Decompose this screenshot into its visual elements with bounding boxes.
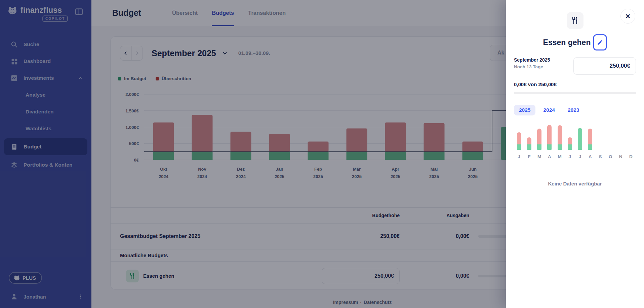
edit-budget-button[interactable] xyxy=(593,34,607,50)
mini-month-label: M xyxy=(534,154,545,159)
panel-progress-bar xyxy=(514,92,636,94)
mini-bar[interactable] xyxy=(534,124,545,150)
mini-bar[interactable] xyxy=(524,124,534,150)
mini-bar[interactable] xyxy=(545,124,555,150)
mini-month-label: N xyxy=(616,154,626,159)
pencil-icon xyxy=(597,39,603,45)
mini-bar[interactable] xyxy=(585,124,595,150)
year-tabs: 2025 2024 2023 xyxy=(514,105,636,115)
panel-title: Essen gehen xyxy=(543,38,591,47)
panel-progress-text: 0,00€ von 250,00€ xyxy=(514,81,636,87)
mini-bar[interactable] xyxy=(575,124,585,150)
mini-bar[interactable] xyxy=(605,124,615,150)
mini-month-label: D xyxy=(626,154,636,159)
mini-month-label: J xyxy=(514,154,524,159)
mini-month-label: J xyxy=(575,154,585,159)
mini-year-chart[interactable]: JFMAMJJASOND xyxy=(514,124,636,159)
mini-bar[interactable] xyxy=(565,124,575,150)
mini-bar[interactable] xyxy=(616,124,626,150)
budget-detail-panel: ✕ Essen gehen September 2025 Noch 13 Tag… xyxy=(506,0,644,308)
mini-bar[interactable] xyxy=(595,124,605,150)
mini-bar[interactable] xyxy=(555,124,565,150)
mini-month-label: O xyxy=(605,154,615,159)
category-fork-knife-icon xyxy=(567,12,583,29)
mini-month-label: S xyxy=(595,154,605,159)
panel-days-left: Noch 13 Tage xyxy=(514,64,550,69)
mini-month-label: A xyxy=(545,154,555,159)
panel-month-stats: September 2025 Noch 13 Tage xyxy=(514,57,636,75)
year-tab-2023[interactable]: 2023 xyxy=(563,105,584,115)
mini-month-label: F xyxy=(524,154,534,159)
panel-budget-input[interactable] xyxy=(573,57,636,75)
mini-month-label: J xyxy=(565,154,575,159)
mini-bar[interactable] xyxy=(514,124,524,150)
empty-state-text: Keine Daten verfügbar xyxy=(514,181,636,186)
mini-month-label: M xyxy=(555,154,565,159)
close-button[interactable]: ✕ xyxy=(620,9,635,24)
mini-month-label: A xyxy=(585,154,595,159)
close-icon: ✕ xyxy=(625,12,631,20)
year-tab-2024[interactable]: 2024 xyxy=(538,105,560,115)
panel-title-row: Essen gehen xyxy=(514,34,636,50)
mini-bar[interactable] xyxy=(626,124,636,150)
panel-month: September 2025 xyxy=(514,57,550,63)
year-tab-2025[interactable]: 2025 xyxy=(514,105,535,115)
